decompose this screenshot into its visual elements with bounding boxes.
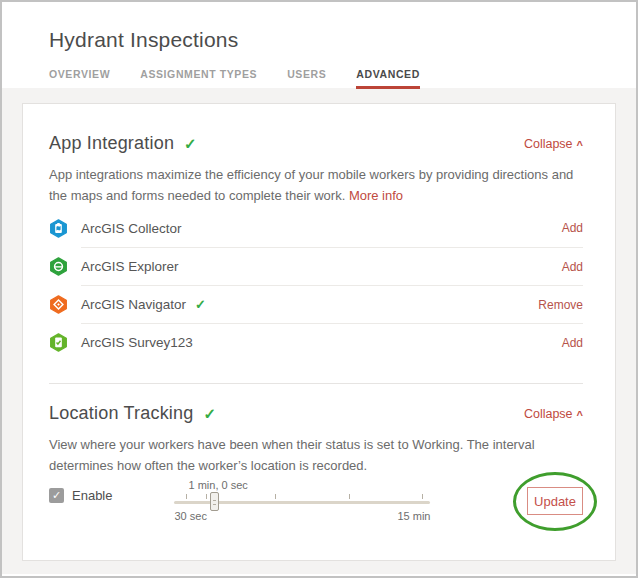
app-integration-title: App Integration <box>49 133 174 154</box>
app-add-link[interactable]: Add <box>562 260 583 274</box>
app-name: ArcGIS Survey123 <box>81 335 193 350</box>
app-integration-description: App integrations maximize the efficiency… <box>49 164 583 206</box>
caret-up-icon: ^ <box>577 139 583 151</box>
navigator-icon <box>49 295 68 314</box>
slider-handle[interactable] <box>210 492 219 511</box>
app-row-navigator: ArcGIS Navigator ✓ Remove <box>81 285 583 323</box>
slider-tick <box>422 494 423 499</box>
app-row-explorer: ArcGIS Explorer Add <box>81 247 583 285</box>
collapse-label: Collapse <box>524 407 573 421</box>
location-tracking-controls: ✓ Enable 1 min, 0 sec 30 sec 15 min Upda… <box>49 477 583 529</box>
update-button-area: Update <box>527 487 583 515</box>
tab-assignment-types[interactable]: ASSIGNMENT TYPES <box>140 68 257 89</box>
page-header: Hydrant Inspections OVERVIEW ASSIGNMENT … <box>2 2 636 88</box>
explorer-icon <box>49 257 68 276</box>
app-integration-collapse-link[interactable]: Collapse ^ <box>524 137 583 151</box>
tab-advanced[interactable]: ADVANCED <box>356 68 420 89</box>
location-tracking-collapse-link[interactable]: Collapse ^ <box>524 407 583 421</box>
slider-min-label: 30 sec <box>174 510 206 522</box>
app-list: ArcGIS Collector Add ArcGIS Explorer Add <box>49 209 583 361</box>
settings-card: App Integration ✓ Collapse ^ App integra… <box>22 103 616 561</box>
app-add-link[interactable]: Add <box>562 336 583 350</box>
more-info-link[interactable]: More info <box>349 188 403 203</box>
survey123-icon <box>49 333 68 352</box>
app-add-link[interactable]: Add <box>562 221 583 235</box>
collector-icon <box>49 219 68 238</box>
slider-max-label: 15 min <box>397 510 430 522</box>
caret-up-icon: ^ <box>577 409 583 421</box>
app-remove-link[interactable]: Remove <box>538 298 583 312</box>
tab-users[interactable]: USERS <box>287 68 326 89</box>
update-button[interactable]: Update <box>527 487 583 515</box>
content-background: App Integration ✓ Collapse ^ App integra… <box>2 88 636 574</box>
slider-tick <box>186 494 187 499</box>
location-tracking-title: Location Tracking <box>49 403 193 424</box>
slider-tick <box>206 494 207 499</box>
interval-slider: 1 min, 0 sec 30 sec 15 min <box>174 477 430 529</box>
app-integration-header: App Integration ✓ Collapse ^ <box>49 133 583 154</box>
enable-label: Enable <box>72 488 112 503</box>
section-divider <box>49 383 583 384</box>
app-name: ArcGIS Navigator <box>81 297 186 312</box>
section-check-icon: ✓ <box>184 135 197 153</box>
integrated-check-icon: ✓ <box>195 297 206 312</box>
app-row-collector: ArcGIS Collector Add <box>49 209 583 247</box>
enable-checkbox[interactable]: ✓ <box>49 488 64 503</box>
page-title: Hydrant Inspections <box>49 28 636 52</box>
app-name: ArcGIS Explorer <box>81 259 179 274</box>
slider-tick <box>349 494 350 499</box>
collapse-label: Collapse <box>524 137 573 151</box>
slider-tick <box>275 494 276 499</box>
tab-overview[interactable]: OVERVIEW <box>49 68 110 89</box>
location-tracking-description: View where your workers have been when t… <box>49 434 583 476</box>
app-row-survey123: ArcGIS Survey123 Add <box>81 323 583 361</box>
location-tracking-header: Location Tracking ✓ Collapse ^ <box>49 403 583 424</box>
description-text: App integrations maximize the efficiency… <box>49 167 573 203</box>
slider-value-label: 1 min, 0 sec <box>188 479 247 491</box>
section-check-icon: ✓ <box>203 405 216 423</box>
tab-bar: OVERVIEW ASSIGNMENT TYPES USERS ADVANCED <box>49 68 636 89</box>
enable-group: ✓ Enable <box>49 488 112 503</box>
app-name: ArcGIS Collector <box>81 221 182 236</box>
